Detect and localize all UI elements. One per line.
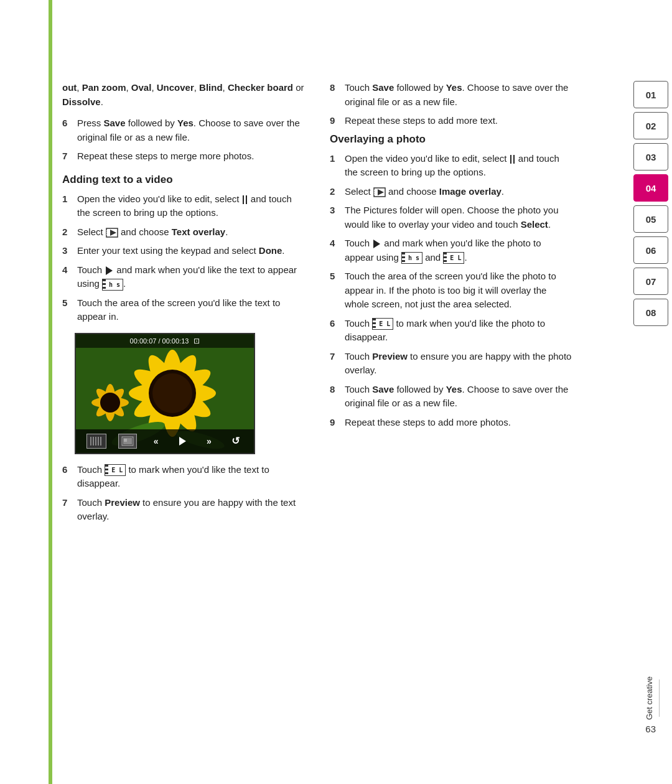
- right-column: 8 Touch Save followed by Yes. Choose to …: [330, 81, 572, 529]
- undo-button[interactable]: ↺: [228, 434, 243, 449]
- play-button[interactable]: [175, 434, 190, 449]
- adding-text-steps: 1 Open the video you'd like to edit, sel…: [62, 192, 305, 324]
- intro-text: out, Pan zoom, Oval, Uncover, Blind, Che…: [62, 81, 305, 109]
- list-item: 1 Open the video you'd like to edit, sel…: [330, 152, 572, 180]
- list-item: 3 Enter your text using the keypad and s…: [62, 244, 305, 258]
- step-number: 8: [330, 383, 340, 411]
- sidebar-tab-04[interactable]: 04: [633, 174, 668, 202]
- step-text: Enter your text using the keypad and sel…: [77, 244, 305, 258]
- list-item: 8 Touch Save followed by Yes. Choose to …: [330, 383, 572, 411]
- step-number: 4: [330, 236, 340, 264]
- play-icon-2: [373, 240, 380, 248]
- step-text: Touch Save followed by Yes. Choose to sa…: [345, 81, 572, 109]
- sidebar-tab-08[interactable]: 08: [633, 299, 668, 326]
- sidebar-tabs: 01 02 03 04 05 06 07 08: [633, 81, 672, 330]
- list-item: 5 Touch the area of the screen you'd lik…: [62, 296, 305, 324]
- section-heading-overlay: Overlaying a photo: [330, 133, 572, 146]
- step-number: 6: [62, 463, 72, 491]
- fullscreen-icon: ⊡: [194, 337, 200, 345]
- filmstrip-hs-icon: h s: [102, 279, 123, 291]
- step-text: Repeat these steps to add more text.: [345, 114, 572, 128]
- step-text: Touch and mark when you'd like the photo…: [345, 236, 572, 264]
- step-number: 4: [62, 263, 72, 291]
- timecode: 00:00:07 / 00:00:13: [130, 337, 189, 345]
- overlay-steps: 1 Open the video you'd like to edit, sel…: [330, 152, 572, 430]
- step-text: Open the video you'd like to edit, selec…: [345, 152, 572, 180]
- svg-rect-23: [124, 439, 127, 442]
- rewind-button[interactable]: «: [149, 434, 164, 449]
- step-text: Repeat these steps to add more photos.: [345, 416, 572, 430]
- video-timecode-bar: 00:00:07 / 00:00:13 ⊡: [76, 334, 254, 348]
- list-item: 6 Touch E L to mark when you'd like the …: [62, 463, 305, 491]
- fastforward-button[interactable]: »: [202, 434, 217, 449]
- image-overlay-icon: [118, 434, 137, 449]
- timeline-inner: [90, 437, 103, 446]
- timeline-icon: [86, 434, 106, 449]
- list-item: 8 Touch Save followed by Yes. Choose to …: [330, 81, 572, 109]
- list-item: 6 Touch E L to mark when you'd like the …: [330, 317, 572, 345]
- list-item: 3 The Pictures folder will open. Choose …: [330, 203, 572, 231]
- step-text: Select and choose Image overlay.: [345, 185, 572, 199]
- list-item: 7 Touch Preview to ensure you are happy …: [62, 496, 305, 524]
- step-text: Open the video you'd like to edit, selec…: [77, 192, 305, 220]
- step-number: 5: [62, 296, 72, 324]
- list-item: 4 Touch and mark when you'd like the tex…: [62, 263, 305, 291]
- right-pre-steps: 8 Touch Save followed by Yes. Choose to …: [330, 81, 572, 128]
- step-text: Press Save followed by Yes. Choose to sa…: [77, 116, 305, 144]
- list-item: 9 Repeat these steps to add more text.: [330, 114, 572, 128]
- step-number: 7: [62, 149, 72, 164]
- filmstrip-el-icon-3: E L: [372, 318, 393, 330]
- list-item: 7 Touch Preview to ensure you are happy …: [330, 350, 572, 378]
- play-icon: [179, 437, 186, 446]
- list-item: 4 Touch and mark when you'd like the pho…: [330, 236, 572, 264]
- section-heading-adding-text: Adding text to a video: [62, 174, 305, 186]
- sidebar-tab-06[interactable]: 06: [633, 236, 668, 264]
- sidebar-tab-03[interactable]: 03: [633, 143, 668, 170]
- list-item: 2 Select and choose Text overlay.: [62, 225, 305, 240]
- step-number: 9: [330, 114, 340, 128]
- step-text: Touch Preview to ensure you are happy wi…: [345, 350, 572, 378]
- list-item: 6 Press Save followed by Yes. Choose to …: [62, 116, 305, 144]
- get-creative-label: Get creative: [645, 676, 654, 720]
- svg-marker-1: [110, 230, 116, 236]
- left-accent-line: [49, 0, 52, 784]
- bottom-right-area: Get creative 63: [645, 676, 666, 753]
- play-icon: [106, 266, 113, 275]
- pre-steps-list: 6 Press Save followed by Yes. Choose to …: [62, 116, 305, 164]
- list-item: 1 Open the video you'd like to edit, sel…: [62, 192, 305, 220]
- step-number: 2: [62, 225, 72, 240]
- step-text: Touch the area of the screen you'd like …: [345, 269, 572, 312]
- step-text: Touch and mark when you'd like the text …: [77, 263, 305, 291]
- vertical-divider: [659, 679, 660, 717]
- step-text: Touch E L to mark when you'd like the te…: [77, 463, 305, 491]
- list-item: 7 Repeat these steps to merge more photo…: [62, 149, 305, 164]
- step-number: 6: [62, 116, 72, 144]
- list-item: 5 Touch the area of the screen you'd lik…: [330, 269, 572, 312]
- svg-point-13: [152, 373, 192, 413]
- left-column: out, Pan zoom, Oval, Uncover, Blind, Che…: [62, 81, 305, 529]
- sidebar-tab-01[interactable]: 01: [633, 81, 668, 108]
- sidebar-tab-07[interactable]: 07: [633, 268, 668, 295]
- step-text: Repeat these steps to merge more photos.: [77, 149, 305, 164]
- list-item: 9 Repeat these steps to add more photos.: [330, 416, 572, 430]
- filmstrip-el-icon: E L: [105, 464, 126, 476]
- step-text: Touch Save followed by Yes. Choose to sa…: [345, 383, 572, 411]
- step-text: Select and choose Text overlay.: [77, 225, 305, 240]
- step-number: 8: [330, 81, 340, 109]
- step-number: 6: [330, 317, 340, 345]
- sidebar-tab-02[interactable]: 02: [633, 112, 668, 139]
- filmstrip-hs-icon-2: h s: [401, 252, 422, 264]
- page-number: 63: [645, 724, 660, 734]
- post-steps-list: 6 Touch E L to mark when you'd like the …: [62, 463, 305, 524]
- step-number: 1: [330, 152, 340, 180]
- video-screenshot: 00:00:07 / 00:00:13 ⊡ «: [75, 333, 255, 454]
- page: out, Pan zoom, Oval, Uncover, Blind, Che…: [0, 0, 672, 784]
- sidebar-tab-05[interactable]: 05: [633, 205, 668, 233]
- step-number: 7: [330, 350, 340, 378]
- step-number: 7: [62, 496, 72, 524]
- filmstrip-el-icon-2: E L: [443, 252, 464, 264]
- list-item: 2 Select and choose Image overlay.: [330, 185, 572, 199]
- step-number: 9: [330, 416, 340, 430]
- step-number: 2: [330, 185, 340, 199]
- svg-point-18: [100, 393, 120, 413]
